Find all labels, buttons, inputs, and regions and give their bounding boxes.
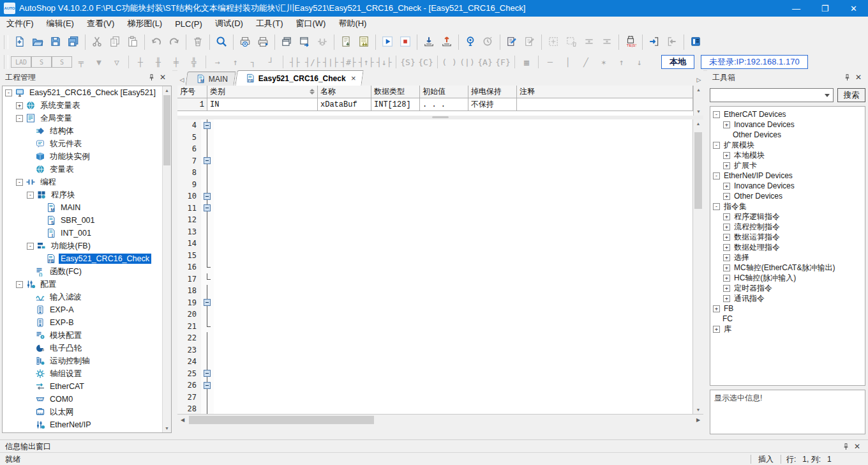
variable-table-scrollbar[interactable]: ▲ ▼ [693,86,703,116]
expand-icon[interactable]: + [723,224,730,231]
code-line[interactable]: 5 [177,132,693,144]
expand-icon[interactable]: + [713,326,720,333]
column-header-2[interactable]: 类别 [207,86,318,98]
scroll-thumb[interactable] [163,95,170,165]
tree-item[interactable]: +Other Devices [710,191,865,201]
tree-item[interactable]: FBEasy521_CRC16_Check [3,252,171,265]
fold-collapse-icon[interactable] [201,119,214,132]
code-line[interactable]: 27 [177,392,693,404]
code-line[interactable]: 7 [177,155,693,167]
close-panel-icon[interactable]: ✕ [851,441,863,452]
tree-item[interactable]: -Easy521_CRC16_Check [Easy521] [3,86,171,99]
code-vertical-scrollbar[interactable]: ▲ ▼ [692,119,703,414]
coil-negated-button[interactable]: (|) [458,56,476,68]
toolbox-search-combobox[interactable] [710,88,834,102]
code-line[interactable]: 26 [177,379,693,392]
arrow-down-button[interactable]: ↓ [631,56,648,68]
tab-scroll-right-icon[interactable]: ▷ [694,74,703,86]
collapse-icon[interactable]: - [16,115,23,122]
code-line[interactable]: 13 [177,226,693,238]
code-line[interactable]: 20 [177,309,693,321]
scroll-up-icon[interactable]: ▲ [163,86,171,95]
expand-icon[interactable]: + [723,213,730,220]
modify-edit-button[interactable] [521,33,539,51]
expand-icon[interactable]: + [723,193,730,200]
tree-item[interactable]: -全局变量 [3,112,171,125]
tab-MAIN[interactable]: MMAIN [185,72,236,86]
code-line[interactable]: 8 [177,167,693,179]
tree-item[interactable]: FC [710,314,865,324]
menu-item[interactable]: 调试(D) [209,16,250,31]
tree-item[interactable]: +定时器指令 [710,283,865,293]
code-line[interactable]: 21 [177,321,693,333]
new-file-button[interactable] [11,33,29,51]
tab-close-icon[interactable]: × [351,73,356,83]
scroll-left-icon[interactable]: ◀ [177,415,188,425]
tree-item[interactable]: -功能块(FB) [3,240,171,252]
expand-icon[interactable]: + [723,152,730,159]
scroll-down-icon[interactable]: ▼ [694,107,703,116]
collapse-icon[interactable]: - [713,203,720,210]
print-button[interactable] [254,33,272,51]
collapse-icon[interactable]: - [713,172,720,179]
column-header-6[interactable]: 掉电保持 [468,86,517,98]
move-down-button[interactable]: ▼ [90,56,108,68]
code-line[interactable]: 6 [177,143,693,155]
expand-icon[interactable]: + [723,234,730,241]
toolbar-handle[interactable] [4,55,8,69]
column-header-1[interactable]: 序号 [177,86,207,98]
cut-button[interactable] [88,33,106,51]
code-line[interactable]: 11 [177,202,693,215]
tree-item[interactable]: +库 [710,324,865,334]
collapse-icon[interactable]: - [27,243,34,250]
close-button[interactable]: ✕ [839,0,868,17]
fold-collapse-icon[interactable] [201,297,214,309]
expand-icon[interactable]: + [723,264,730,271]
code-line[interactable]: 23 [177,344,693,356]
tree-item[interactable]: +HC轴控(脉冲输入) [710,273,865,283]
code-line[interactable]: 14 [177,238,693,250]
tab-Easy521_CRC16_Check[interactable]: FBEasy521_CRC16_Check× [235,70,364,86]
tree-item[interactable]: 运动控制轴 [3,354,171,367]
h-line-button[interactable]: ─ [541,56,559,68]
function-block-button[interactable]: ▦ [518,56,535,68]
menu-item[interactable]: PLC(P) [168,17,209,31]
tree-item[interactable]: EXP-B [3,316,171,329]
minimize-button[interactable]: — [782,0,811,17]
delete-row-button[interactable] [598,33,616,51]
project-tree-scrollbar[interactable]: ▲ ▼ [162,86,171,432]
login-button[interactable] [645,33,663,51]
menu-item[interactable]: 文件(F) [0,16,40,31]
code-line[interactable]: 16 [177,261,693,273]
paste-button[interactable] [124,33,142,51]
tree-item[interactable]: 电子凸轮 [3,342,171,354]
sfc-mode-button[interactable]: S [31,56,52,68]
tree-item[interactable]: 以太网 [3,406,171,418]
save-all-button[interactable] [64,33,82,51]
tree-item[interactable]: -指令集 [710,201,865,211]
code-line[interactable]: 25 [177,368,693,380]
tree-item[interactable]: +本地模块 [710,150,865,160]
column-header-4[interactable]: 数据类型 [371,86,420,98]
collapse-icon[interactable]: - [713,142,720,149]
sort-icon[interactable] [310,89,315,95]
contact-h-button[interactable] [313,33,331,51]
usb-test-button[interactable]: TE|ST [622,33,640,51]
coil-button[interactable]: ( ) [440,56,458,68]
tree-item[interactable]: +选择 [710,252,865,263]
code-line[interactable]: 19 [177,297,693,309]
oscilloscope-button[interactable] [479,33,497,51]
coil-f-button[interactable]: {F} [494,56,512,68]
arrow-up-button[interactable]: ↑ [613,56,631,68]
tree-item[interactable]: IINT_001 [3,227,171,240]
tree-item[interactable]: +MC轴控(EtherCAT&脉冲输出) [710,263,865,273]
fold-collapse-icon[interactable] [201,202,214,215]
nc-contact-button[interactable]: ┤/├ [304,56,322,68]
window-cascade-button[interactable] [278,33,296,51]
logout-button[interactable] [663,33,681,51]
cell[interactable]: IN [207,98,318,111]
tree-item[interactable]: +数据处理指令 [710,242,865,252]
save-button[interactable] [47,33,64,51]
expand-icon[interactable]: + [723,244,730,251]
cell[interactable] [517,98,693,111]
